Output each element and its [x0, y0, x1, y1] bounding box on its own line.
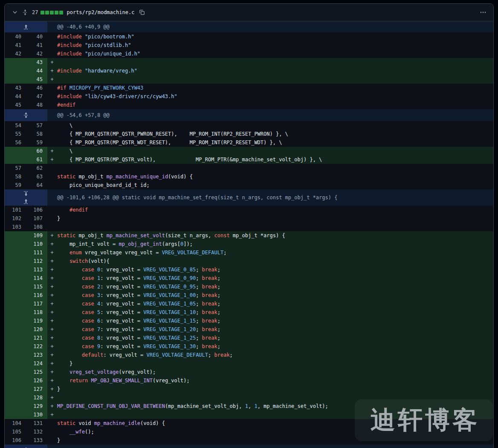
new-line-number[interactable]: 122 [26, 342, 47, 351]
new-line-number[interactable]: 117 [26, 300, 47, 308]
old-line-number[interactable] [5, 282, 26, 291]
old-line-number[interactable] [5, 58, 26, 67]
new-line-number[interactable]: 119 [26, 317, 47, 325]
old-line-number[interactable]: 101 [5, 206, 26, 214]
new-line-number[interactable]: 42 [26, 49, 47, 58]
new-line-number[interactable]: 120 [26, 325, 47, 334]
old-line-number[interactable] [5, 147, 26, 155]
new-line-number[interactable]: 47 [26, 92, 47, 101]
old-line-number[interactable]: 104 [5, 419, 26, 428]
old-line-number[interactable] [5, 393, 26, 402]
code-token [94, 275, 97, 281]
new-line-number[interactable]: 113 [26, 265, 47, 274]
new-line-number[interactable]: 115 [26, 282, 47, 291]
collapse-file-button[interactable] [10, 7, 20, 17]
code-line: return MP_OBJ_NEW_SMALL_INT(vreg_volt); [57, 376, 493, 385]
new-line-number[interactable]: 64 [26, 181, 47, 189]
old-line-number[interactable] [5, 291, 26, 300]
new-line-number[interactable]: 45 [26, 75, 47, 84]
old-line-number[interactable]: 59 [5, 181, 26, 189]
expand-down-button[interactable] [23, 190, 29, 198]
old-line-number[interactable]: 57 [5, 164, 26, 172]
old-line-number[interactable]: 55 [5, 130, 26, 138]
new-line-number[interactable]: 131 [26, 419, 47, 428]
new-line-number[interactable]: 133 [26, 436, 47, 445]
new-line-number[interactable]: 61 [26, 155, 47, 164]
new-line-number[interactable]: 44 [26, 67, 47, 75]
new-line-number[interactable]: 40 [26, 32, 47, 41]
old-line-number[interactable]: 43 [5, 84, 26, 92]
old-line-number[interactable] [5, 240, 26, 248]
file-menu-button[interactable] [478, 7, 488, 17]
new-line-number[interactable]: 129 [26, 402, 47, 410]
old-line-number[interactable] [5, 368, 26, 376]
new-line-number[interactable]: 125 [26, 368, 47, 376]
new-line-number[interactable]: 112 [26, 257, 47, 265]
new-line-number[interactable]: 127 [26, 385, 47, 393]
new-line-number[interactable]: 60 [26, 147, 47, 155]
old-line-number[interactable] [5, 359, 26, 368]
old-line-number[interactable]: 42 [5, 49, 26, 58]
old-line-number[interactable] [5, 231, 26, 240]
new-line-number[interactable]: 110 [26, 240, 47, 248]
new-line-number[interactable]: 126 [26, 376, 47, 385]
old-line-number[interactable]: 102 [5, 214, 26, 223]
new-line-number[interactable]: 107 [26, 214, 47, 223]
expand-up-button[interactable] [23, 198, 29, 205]
old-line-number[interactable] [5, 351, 26, 359]
old-line-number[interactable] [5, 274, 26, 282]
new-line-number[interactable]: 130 [26, 410, 47, 419]
old-line-number[interactable]: 106 [5, 436, 26, 445]
new-line-number[interactable]: 108 [26, 223, 47, 231]
old-line-number[interactable] [5, 376, 26, 385]
new-line-number[interactable]: 48 [26, 101, 47, 109]
old-line-number[interactable] [5, 75, 26, 84]
old-line-number[interactable] [5, 257, 26, 265]
expand-up-button[interactable] [23, 23, 29, 30]
old-line-number[interactable] [5, 317, 26, 325]
new-line-number[interactable]: 114 [26, 274, 47, 282]
old-line-number[interactable] [5, 342, 26, 351]
new-line-number[interactable]: 58 [26, 130, 47, 138]
old-line-number[interactable]: 44 [5, 92, 26, 101]
old-line-number[interactable]: 105 [5, 428, 26, 436]
new-line-number[interactable]: 111 [26, 248, 47, 257]
old-line-number[interactable] [5, 300, 26, 308]
new-line-number[interactable]: 124 [26, 359, 47, 368]
new-line-number[interactable]: 121 [26, 334, 47, 342]
old-line-number[interactable] [5, 385, 26, 393]
old-line-number[interactable] [5, 155, 26, 164]
new-line-number[interactable]: 132 [26, 428, 47, 436]
new-line-number[interactable]: 123 [26, 351, 47, 359]
old-line-number[interactable]: 56 [5, 138, 26, 147]
old-line-number[interactable] [5, 334, 26, 342]
old-line-number[interactable]: 103 [5, 223, 26, 231]
new-line-number[interactable]: 59 [26, 138, 47, 147]
old-line-number[interactable]: 58 [5, 172, 26, 181]
old-line-number[interactable]: 41 [5, 41, 26, 49]
new-line-number[interactable]: 118 [26, 308, 47, 317]
new-line-number[interactable]: 116 [26, 291, 47, 300]
new-line-number[interactable]: 63 [26, 172, 47, 181]
old-line-number[interactable] [5, 67, 26, 75]
new-line-number[interactable]: 57 [26, 121, 47, 130]
new-line-number[interactable]: 109 [26, 231, 47, 240]
expand-all-hunks-button[interactable] [20, 7, 30, 17]
new-line-number[interactable]: 62 [26, 164, 47, 172]
old-line-number[interactable]: 54 [5, 121, 26, 130]
old-line-number[interactable]: 45 [5, 101, 26, 109]
new-line-number[interactable]: 43 [26, 58, 47, 67]
old-line-number[interactable] [5, 248, 26, 257]
old-line-number[interactable] [5, 265, 26, 274]
new-line-number[interactable]: 41 [26, 41, 47, 49]
old-line-number[interactable] [5, 410, 26, 419]
old-line-number[interactable] [5, 308, 26, 317]
new-line-number[interactable]: 128 [26, 393, 47, 402]
new-line-number[interactable]: 106 [26, 206, 47, 214]
old-line-number[interactable] [5, 402, 26, 410]
expand-both-button[interactable] [23, 112, 29, 119]
old-line-number[interactable]: 40 [5, 32, 26, 41]
new-line-number[interactable]: 46 [26, 84, 47, 92]
old-line-number[interactable] [5, 325, 26, 334]
copy-path-button[interactable] [137, 7, 147, 17]
